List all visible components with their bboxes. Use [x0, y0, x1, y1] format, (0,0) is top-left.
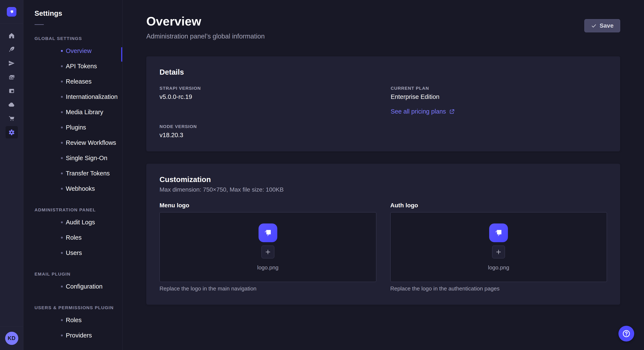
- sidebar-item-label: Overview: [66, 47, 92, 54]
- active-item-indicator: [121, 47, 122, 62]
- rail-icon-list: [6, 29, 18, 138]
- bullet-icon: [61, 65, 63, 67]
- settings-subnav: Settings GLOBAL SETTINGS Overview API To…: [24, 0, 122, 350]
- bullet-icon: [61, 173, 63, 174]
- bullet-icon: [61, 50, 63, 52]
- sidebar-item-label: Single Sign-On: [66, 155, 107, 162]
- subnav-title: Settings: [34, 9, 122, 17]
- bullet-icon: [61, 252, 63, 254]
- sidebar-item-transfer-tokens[interactable]: Transfer Tokens: [24, 166, 122, 181]
- sidebar-item-plugins[interactable]: Plugins: [24, 120, 122, 135]
- sidebar-item-label: Roles: [66, 317, 82, 324]
- logo-filename: logo.png: [257, 264, 278, 271]
- sidebar-item-label: Roles: [66, 234, 82, 241]
- subnav-divider: [34, 24, 44, 25]
- bullet-icon: [61, 157, 63, 159]
- pricing-plans-link[interactable]: See all pricing plans: [391, 108, 455, 115]
- details-heading: Details: [160, 68, 607, 76]
- main-content: Overview Administration panel’s global i…: [122, 0, 644, 350]
- question-mark-icon: [622, 329, 631, 338]
- field-value: v18.20.3: [160, 132, 376, 139]
- strapi-logo-icon[interactable]: [7, 7, 16, 16]
- sidebar-item-admin-roles[interactable]: Roles: [24, 230, 122, 245]
- sidebar-item-single-sign-on[interactable]: Single Sign-On: [24, 150, 122, 166]
- sidebar-item-up-roles[interactable]: Roles: [24, 312, 122, 328]
- sidebar-item-label: Providers: [66, 332, 92, 339]
- sidebar-item-overview[interactable]: Overview: [24, 43, 122, 58]
- sidebar-item-label: Audit Logs: [66, 219, 95, 226]
- home-icon[interactable]: [6, 29, 18, 42]
- strapi-logo-preview-icon: [258, 223, 277, 242]
- workspace-logo-cell: [0, 0, 23, 24]
- page-title: Overview: [146, 14, 265, 28]
- section-label: USERS & PERMISSIONS PLUGIN: [34, 305, 122, 310]
- bullet-icon: [61, 237, 63, 239]
- media-library-images-icon[interactable]: [6, 71, 18, 83]
- bullet-icon: [61, 96, 63, 98]
- bullet-icon: [61, 142, 63, 144]
- add-logo-button[interactable]: [262, 246, 274, 258]
- bullet-icon: [61, 188, 63, 190]
- menu-logo-dropzone[interactable]: logo.png: [160, 212, 376, 282]
- sidebar-item-internationalization[interactable]: Internationalization: [24, 89, 122, 104]
- help-button[interactable]: [618, 326, 634, 342]
- bullet-icon: [61, 127, 63, 128]
- sidebar-item-review-workflows[interactable]: Review Workflows: [24, 135, 122, 150]
- field-node-version: NODE VERSION v18.20.3: [160, 124, 376, 139]
- plus-icon: [264, 248, 272, 256]
- rail-user-cell: KD: [0, 326, 23, 350]
- field-value: v5.0.0-rc.19: [160, 93, 376, 100]
- customization-heading: Customization: [160, 175, 607, 184]
- sidebar-item-label: Internationalization: [66, 93, 118, 100]
- section-global-settings: GLOBAL SETTINGS Overview API Tokens Rele…: [24, 36, 122, 196]
- sidebar-item-email-configuration[interactable]: Configuration: [24, 279, 122, 294]
- sidebar-item-up-providers[interactable]: Providers: [24, 328, 122, 343]
- sidebar-item-releases[interactable]: Releases: [24, 74, 122, 89]
- details-card: Details STRAPI VERSION v5.0.0-rc.19 CURR…: [146, 56, 620, 151]
- page-header-text: Overview Administration panel’s global i…: [146, 14, 265, 40]
- section-users-permissions-plugin: USERS & PERMISSIONS PLUGIN Roles Provide…: [24, 305, 122, 343]
- main-nav-rail: KD: [0, 0, 24, 350]
- upload-hint: Replace the logo in the authentication p…: [390, 285, 607, 292]
- add-logo-button[interactable]: [492, 246, 505, 258]
- auth-logo-dropzone[interactable]: logo.png: [390, 212, 607, 282]
- sidebar-item-media-library[interactable]: Media Library: [24, 104, 122, 120]
- sidebar-item-label: Media Library: [66, 109, 103, 116]
- marketplace-cart-icon[interactable]: [6, 112, 18, 125]
- customization-constraints: Max dimension: 750×750, Max file size: 1…: [160, 186, 607, 193]
- strapi-logo-preview-icon: [489, 223, 508, 242]
- sidebar-item-label: Configuration: [66, 283, 103, 290]
- upload-hint: Replace the logo in the main navigation: [160, 285, 376, 292]
- sidebar-item-webhooks[interactable]: Webhooks: [24, 181, 122, 196]
- section-label: EMAIL PLUGIN: [34, 272, 122, 277]
- section-label: ADMINISTRATION PANEL: [34, 207, 122, 212]
- bullet-icon: [61, 111, 63, 113]
- settings-gear-icon[interactable]: [6, 126, 18, 138]
- sidebar-item-api-tokens[interactable]: API Tokens: [24, 58, 122, 74]
- sidebar-item-audit-logs[interactable]: Audit Logs: [24, 214, 122, 230]
- bullet-icon: [61, 81, 63, 82]
- field-strapi-version: STRAPI VERSION v5.0.0-rc.19: [160, 86, 376, 115]
- content-manager-layout-icon[interactable]: [6, 85, 18, 97]
- cloud-icon[interactable]: [6, 98, 18, 111]
- field-value: Enterprise Edition: [391, 93, 607, 100]
- section-administration-panel: ADMINISTRATION PANEL Audit Logs Roles Us…: [24, 207, 122, 260]
- logo-uploads: Menu logo logo.png Replace the logo: [160, 202, 607, 292]
- save-button[interactable]: Save: [584, 19, 620, 32]
- pricing-plans-link-label: See all pricing plans: [391, 108, 446, 115]
- field-current-plan: CURRENT PLAN Enterprise Edition See all …: [391, 86, 607, 115]
- sidebar-item-label: Transfer Tokens: [66, 170, 110, 177]
- customization-card: Customization Max dimension: 750×750, Ma…: [146, 164, 620, 305]
- upload-label: Menu logo: [160, 202, 376, 209]
- upload-label: Auth logo: [390, 202, 607, 209]
- details-grid: STRAPI VERSION v5.0.0-rc.19 CURRENT PLAN…: [160, 86, 607, 139]
- bullet-icon: [61, 319, 63, 321]
- sidebar-item-admin-users[interactable]: Users: [24, 245, 122, 260]
- content-type-builder-feather-icon[interactable]: [6, 43, 18, 55]
- sidebar-item-label: API Tokens: [66, 63, 97, 70]
- deploy-paper-plane-icon[interactable]: [6, 57, 18, 69]
- external-link-icon: [449, 108, 455, 115]
- user-avatar[interactable]: KD: [5, 332, 18, 345]
- sidebar-item-label: Webhooks: [66, 185, 95, 192]
- sidebar-item-label: Review Workflows: [66, 139, 116, 146]
